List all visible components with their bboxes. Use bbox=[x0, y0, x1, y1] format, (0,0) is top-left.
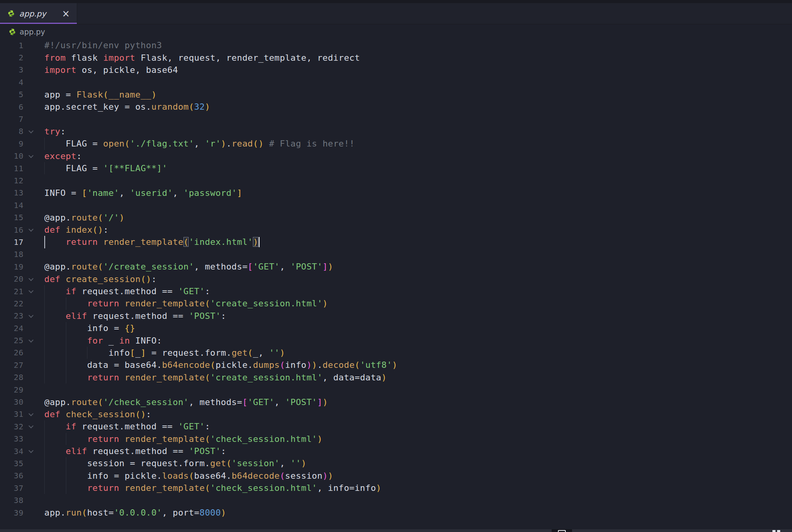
gutter[interactable]: 5 bbox=[0, 89, 44, 101]
line-number[interactable]: 9 bbox=[0, 139, 24, 148]
fold-chevron-icon[interactable] bbox=[24, 125, 39, 138]
code-line[interactable]: 11 FLAG = '[**FLAG**]' bbox=[0, 162, 792, 174]
code-content[interactable]: from flask import Flask, request, render… bbox=[44, 51, 792, 63]
fold-chevron-icon[interactable] bbox=[24, 408, 39, 420]
line-number[interactable]: 12 bbox=[0, 176, 24, 185]
gutter[interactable]: 21 bbox=[0, 285, 44, 297]
gutter[interactable]: 7 bbox=[0, 113, 44, 125]
code-line[interactable]: 6app.secret_key = os.urandom(32) bbox=[0, 101, 792, 113]
gutter[interactable]: 15 bbox=[0, 211, 44, 223]
code-line[interactable]: 1#!/usr/bin/env python3 bbox=[0, 39, 792, 51]
gutter[interactable]: 29 bbox=[0, 384, 44, 396]
line-number[interactable]: 27 bbox=[0, 360, 24, 370]
code-content[interactable]: except: bbox=[44, 150, 792, 162]
code-line[interactable]: 16def index(): bbox=[0, 224, 792, 236]
code-content[interactable]: def create_session(): bbox=[44, 273, 792, 285]
code-line[interactable]: 9 FLAG = open('./flag.txt', 'r').read() … bbox=[0, 138, 792, 150]
code-content[interactable]: @app.route('/check_session', methods=['G… bbox=[44, 396, 792, 408]
code-line[interactable]: 3import os, pickle, base64 bbox=[0, 64, 792, 76]
line-number[interactable]: 20 bbox=[0, 274, 24, 284]
code-line[interactable]: 30@app.route('/check_session', methods=[… bbox=[0, 396, 792, 408]
code-line[interactable]: 24 info = {} bbox=[0, 322, 792, 334]
gutter[interactable]: 1 bbox=[0, 39, 44, 51]
keyboard-layout-button[interactable] bbox=[552, 529, 572, 532]
code-line[interactable]: 37 return render_template('check_session… bbox=[0, 482, 792, 494]
fold-chevron-icon[interactable] bbox=[24, 310, 39, 322]
code-line[interactable]: 20def create_session(): bbox=[0, 273, 792, 285]
code-content[interactable] bbox=[44, 113, 792, 125]
gutter[interactable]: 10 bbox=[0, 150, 44, 162]
code-content[interactable]: if request.method == 'GET': bbox=[44, 285, 792, 297]
line-number[interactable]: 16 bbox=[0, 225, 24, 235]
code-line[interactable]: 34 elif request.method == 'POST': bbox=[0, 445, 792, 457]
code-line[interactable]: 2from flask import Flask, request, rende… bbox=[0, 51, 792, 63]
code-line[interactable]: 19@app.route('/create_session', methods=… bbox=[0, 261, 792, 273]
code-line[interactable]: 39app.run(host='0.0.0.0', port=8000) bbox=[0, 507, 792, 519]
gutter[interactable]: 34 bbox=[0, 445, 44, 457]
code-line[interactable]: 4 bbox=[0, 76, 792, 88]
gutter[interactable]: 26 bbox=[0, 347, 44, 359]
gutter[interactable]: 3 bbox=[0, 64, 44, 76]
line-number[interactable]: 37 bbox=[0, 483, 24, 493]
code-line[interactable]: 18 bbox=[0, 248, 792, 261]
code-line[interactable]: 33 return render_template('check_session… bbox=[0, 433, 792, 445]
line-number[interactable]: 32 bbox=[0, 422, 24, 431]
code-line[interactable]: 7 bbox=[0, 113, 792, 125]
code-content[interactable]: app.secret_key = os.urandom(32) bbox=[44, 101, 792, 113]
gutter[interactable]: 23 bbox=[0, 310, 44, 322]
gutter[interactable]: 37 bbox=[0, 482, 44, 494]
code-content[interactable]: INFO = ['name', 'userid', 'password'] bbox=[44, 187, 792, 199]
line-number[interactable]: 7 bbox=[0, 114, 24, 124]
line-number[interactable]: 39 bbox=[0, 508, 24, 518]
code-line[interactable]: 5app = Flask(__name__) bbox=[0, 89, 792, 101]
line-number[interactable]: 15 bbox=[0, 213, 24, 222]
code-line[interactable]: 26 info[_] = request.form.get(_, '') bbox=[0, 347, 792, 359]
code-content[interactable]: data = base64.b64encode(pickle.dumps(inf… bbox=[44, 359, 792, 371]
code-line[interactable]: 35 session = request.form.get('session',… bbox=[0, 457, 792, 469]
line-number[interactable]: 13 bbox=[0, 188, 24, 197]
code-content[interactable]: @app.route('/create_session', methods=['… bbox=[44, 261, 792, 273]
code-content[interactable]: elif request.method == 'POST': bbox=[44, 445, 792, 457]
code-content[interactable]: info = {} bbox=[44, 322, 792, 334]
gutter[interactable]: 11 bbox=[0, 162, 44, 174]
code-content[interactable]: #!/usr/bin/env python3 bbox=[44, 39, 792, 51]
code-content[interactable]: @app.route('/') bbox=[44, 211, 792, 223]
gutter[interactable]: 12 bbox=[0, 174, 44, 186]
code-line[interactable]: 27 data = base64.b64encode(pickle.dumps(… bbox=[0, 359, 792, 371]
line-number[interactable]: 1 bbox=[0, 41, 24, 50]
line-number[interactable]: 36 bbox=[0, 471, 24, 480]
line-number[interactable]: 31 bbox=[0, 409, 24, 419]
line-number[interactable]: 29 bbox=[0, 385, 24, 394]
line-number[interactable]: 33 bbox=[0, 434, 24, 443]
gutter[interactable]: 39 bbox=[0, 507, 44, 519]
line-number[interactable]: 2 bbox=[0, 53, 24, 62]
gutter[interactable]: 2 bbox=[0, 51, 44, 63]
gutter[interactable]: 33 bbox=[0, 433, 44, 445]
code-line[interactable]: 22 return render_template('create_sessio… bbox=[0, 297, 792, 309]
line-number[interactable]: 5 bbox=[0, 90, 24, 99]
line-number[interactable]: 3 bbox=[0, 65, 24, 74]
code-line[interactable]: 32 if request.method == 'GET': bbox=[0, 420, 792, 432]
code-line[interactable]: 38 bbox=[0, 494, 792, 506]
line-number[interactable]: 35 bbox=[0, 459, 24, 468]
code-content[interactable]: for _ in INFO: bbox=[44, 334, 792, 346]
code-line[interactable]: 14 bbox=[0, 199, 792, 211]
close-icon[interactable]: × bbox=[60, 9, 71, 18]
gutter[interactable]: 31 bbox=[0, 408, 44, 420]
code-content[interactable]: session = request.form.get('session', ''… bbox=[44, 457, 792, 469]
gutter[interactable]: 38 bbox=[0, 494, 44, 506]
code-content[interactable]: info[_] = request.form.get(_, '') bbox=[44, 347, 792, 359]
code-content[interactable]: FLAG = '[**FLAG**]' bbox=[44, 162, 792, 174]
code-line[interactable]: 17 return render_template('index.html') bbox=[0, 236, 792, 248]
fold-chevron-icon[interactable] bbox=[24, 224, 39, 236]
line-number[interactable]: 10 bbox=[0, 151, 24, 161]
code-content[interactable]: try: bbox=[44, 125, 792, 138]
fold-chevron-icon[interactable] bbox=[24, 420, 39, 432]
code-line[interactable]: 31def check_session(): bbox=[0, 408, 792, 420]
line-number[interactable]: 25 bbox=[0, 336, 24, 345]
gutter[interactable]: 18 bbox=[0, 248, 44, 261]
code-line[interactable]: 36 info = pickle.loads(base64.b64decode(… bbox=[0, 470, 792, 482]
code-content[interactable] bbox=[44, 199, 792, 211]
line-number[interactable]: 4 bbox=[0, 78, 24, 87]
code-line[interactable]: 21 if request.method == 'GET': bbox=[0, 285, 792, 297]
